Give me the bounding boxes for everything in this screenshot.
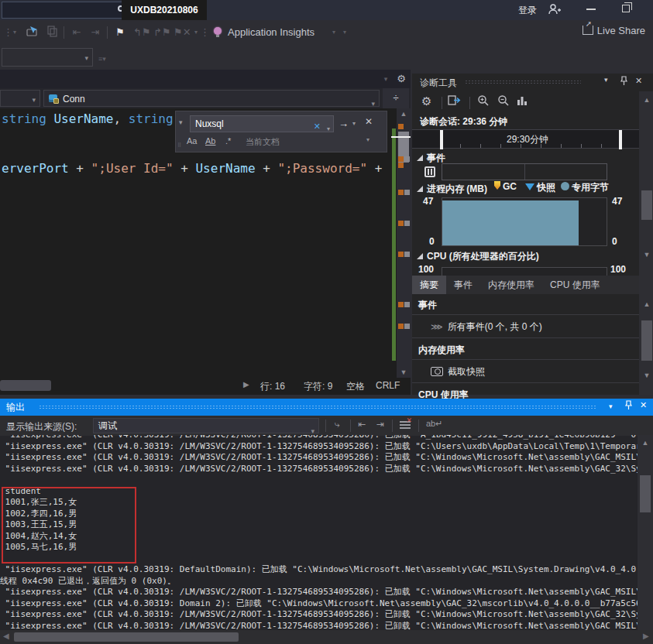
find-next-button[interactable]: → <box>339 118 349 129</box>
editor-vertical-scrollbar[interactable]: ▲ ▼ <box>391 108 411 378</box>
toolbar-overflow-icon[interactable]: ⋮ <box>3 25 11 40</box>
close-icon[interactable]: ✕ <box>640 400 647 410</box>
output-panel: 输出 ▾ ✕ 显示输出来源(S): 调试 ▾ ⤷ ⇤ ⇥ ab↵ " <box>0 399 653 644</box>
gear-icon[interactable]: ⚙ <box>421 94 431 108</box>
user-account-icon[interactable] <box>548 3 562 15</box>
status-eol[interactable]: CRLF <box>376 380 400 391</box>
scrollbar-thumb[interactable] <box>640 475 651 512</box>
timeline-minor-tick <box>500 144 501 148</box>
next-message-icon[interactable]: ⇥ <box>376 419 384 430</box>
scrollbar-thumb[interactable] <box>641 320 652 361</box>
status-spaces[interactable]: 空格 <box>346 380 365 393</box>
row2-overflow-icon[interactable]: ≡▾ <box>98 51 107 67</box>
output-source-label: 显示输出来源(S): <box>6 420 77 433</box>
output-source-dropdown[interactable]: 调试 ▾ <box>93 418 319 433</box>
code-editor[interactable]: ▾ ⚙ ▾ Conn ▾ ÷ string UserName, string e… <box>0 70 411 395</box>
gear-icon[interactable]: ⚙ <box>395 71 407 87</box>
close-icon[interactable]: ✕ <box>365 116 373 127</box>
diagnostics-scrollbar[interactable]: ▲ ▼ ▲ ▼ <box>639 91 653 395</box>
find-expand-caret[interactable]: ▾ <box>179 118 183 126</box>
diagnostics-tab-1[interactable]: 事件 <box>446 276 480 294</box>
legend-gc-marker: GC <box>494 181 517 192</box>
zoom-in-icon[interactable] <box>477 94 490 109</box>
pin-icon[interactable] <box>620 76 628 87</box>
clear-search-icon[interactable]: ✕ <box>314 118 321 134</box>
configuration-dropdown[interactable]: ▾ <box>2 48 93 67</box>
chevron-down-icon[interactable]: ▾ <box>327 122 330 137</box>
bookmark-icon[interactable]: ⚑ <box>113 25 127 40</box>
scrollbar-thumb[interactable] <box>14 632 239 642</box>
find-next-caret[interactable]: ▾ <box>352 120 356 127</box>
live-share-button[interactable]: Live Share <box>583 25 645 36</box>
application-insights-button[interactable]: Application Insights <box>228 25 328 40</box>
application-insights-caret[interactable]: ▾ <box>330 25 338 40</box>
session-timeline[interactable]: 29:30分钟 <box>412 129 653 149</box>
sign-in-button[interactable]: 登录 <box>518 4 537 17</box>
scroll-right-icon[interactable]: ▶ <box>643 632 649 640</box>
diagnostics-header[interactable]: 诊断工具 ▾ ✕ <box>412 74 653 91</box>
scope-caret[interactable]: ▾ <box>366 136 369 143</box>
quick-launch-search-input[interactable] <box>2 2 133 19</box>
window-position-caret[interactable]: ▾ <box>604 76 608 84</box>
scroll-down-icon[interactable]: ▼ <box>639 370 653 381</box>
close-icon[interactable]: ✕ <box>635 76 642 86</box>
restore-button[interactable] <box>622 5 630 12</box>
word-wrap-icon[interactable]: ab↵ <box>426 419 442 429</box>
minimize-button[interactable] <box>586 9 596 10</box>
match-case-toggle[interactable]: Aa <box>187 136 197 146</box>
indent-decrease-icon[interactable]: ⇤ <box>70 25 84 40</box>
diagnostics-tab-2[interactable]: 内存使用率 <box>480 276 542 294</box>
next-bookmark-icon[interactable]: ↱⚑ <box>153 25 167 40</box>
goto-message-icon[interactable]: ⤷ <box>335 419 340 430</box>
diagnostics-tab-0[interactable]: 摘要 <box>412 276 446 294</box>
navigate-cursor-icon[interactable] <box>25 25 40 40</box>
editor-hscroll-thumb[interactable] <box>0 380 51 391</box>
find-scope-dropdown[interactable]: 当前文档 <box>246 136 280 148</box>
take-snapshot-link[interactable]: 截取快照 <box>431 365 485 379</box>
scroll-up-icon[interactable]: ▲ <box>639 94 653 105</box>
copy-document-icon[interactable] <box>45 25 59 40</box>
members-dropdown[interactable]: Conn ▾ <box>43 90 380 107</box>
editor-options-caret[interactable]: ▾ <box>381 71 390 87</box>
output-line: "iisexpress.exe" (CLR v4.0.30319: /LM/W3… <box>0 609 638 621</box>
zoom-out-icon[interactable] <box>497 94 510 109</box>
scrollbar-annotation-mark <box>398 221 404 226</box>
memory-section-header[interactable]: 进程内存 (MB) <box>417 183 487 196</box>
output-horizontal-scrollbar[interactable]: ◀ ▶ <box>0 630 653 644</box>
status-expand-icon[interactable]: ▶ <box>243 380 249 389</box>
cpu-section-header[interactable]: CPU (所有处理器的百分比) <box>417 250 539 263</box>
types-dropdown[interactable]: ▾ <box>0 90 40 107</box>
output-text-area[interactable]: "iisexpress.exe" (CLR v4.0.30319: /LM/W3… <box>0 435 638 642</box>
chart-icon[interactable] <box>516 94 528 108</box>
resize-grip[interactable]: ⠿ <box>177 144 182 150</box>
output-header[interactable]: 输出 ▾ ✕ <box>0 399 653 416</box>
memory-chart[interactable] <box>442 197 607 246</box>
scroll-up-icon[interactable]: ▲ <box>638 437 653 448</box>
code-token: + <box>367 161 382 176</box>
scroll-up-icon[interactable]: ▲ <box>397 108 411 119</box>
clear-bookmarks-icon[interactable]: ⚑✕ <box>174 25 187 40</box>
pin-icon[interactable] <box>624 400 633 412</box>
prev-message-icon[interactable]: ⇤ <box>358 419 366 430</box>
indent-increase-icon[interactable]: ⇥ <box>88 25 102 40</box>
split-editor-button[interactable]: ÷ <box>383 88 409 108</box>
toolbar-overflow-caret[interactable]: ▾ <box>11 25 19 40</box>
bookmark-overflow-caret[interactable]: ▾ <box>192 25 200 40</box>
scroll-down-icon[interactable]: ▼ <box>397 367 411 378</box>
scroll-left-icon[interactable]: ◀ <box>3 632 9 640</box>
find-input[interactable]: Nuxsql ✕ ▾ <box>190 115 334 132</box>
match-word-toggle[interactable]: Ab <box>205 136 215 146</box>
clear-all-icon[interactable] <box>400 421 411 430</box>
prev-bookmark-icon[interactable]: ↰⚑ <box>133 25 147 40</box>
diagnostics-tab-3[interactable]: CPU 使用率 <box>542 276 608 294</box>
lightbulb-icon <box>214 27 222 35</box>
toolbar-overflow2-caret[interactable]: ▾ <box>341 25 349 40</box>
all-events-link[interactable]: ⋙所有事件(0 个, 共 0 个) <box>431 320 542 334</box>
output-vertical-scrollbar[interactable]: ▲ ▼ <box>638 435 653 642</box>
scrollbar-thumb[interactable] <box>641 190 652 220</box>
scroll-down-icon[interactable]: ▼ <box>639 249 653 260</box>
window-position-caret[interactable]: ▾ <box>609 402 613 410</box>
scroll-up-icon[interactable]: ▲ <box>639 299 653 310</box>
export-icon[interactable] <box>448 94 461 108</box>
regex-toggle[interactable]: .* <box>225 136 231 146</box>
